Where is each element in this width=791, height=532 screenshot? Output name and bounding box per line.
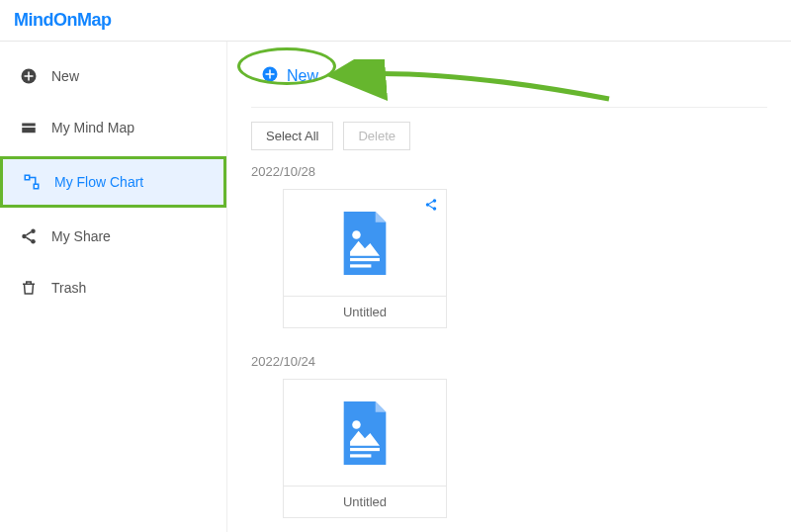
sidebar-item-label: New [51,68,79,84]
svg-rect-5 [25,175,30,180]
main-area: New Select All Delete 2022/10/28 Untitle… [227,42,791,532]
sidebar-item-label: My Mind Map [51,120,134,135]
svg-point-8 [31,229,36,234]
card-title: Untitled [284,487,446,517]
svg-point-14 [433,199,437,203]
sidebar-item-label: Trash [51,280,86,296]
svg-rect-20 [350,447,380,450]
flowchart-card[interactable]: Untitled [283,379,447,518]
new-button[interactable]: New [251,59,328,93]
sidebar-item-new[interactable]: New [0,53,226,99]
svg-rect-17 [350,257,380,260]
sidebar-item-trash[interactable]: Trash [0,265,226,310]
sidebar-item-label: My Share [51,228,111,244]
new-button-label: New [287,67,318,85]
brand-logo: MindOnMap [14,10,111,31]
svg-point-15 [433,207,437,211]
plus-circle-icon [20,67,38,85]
svg-point-7 [22,234,27,239]
svg-rect-18 [350,264,371,267]
select-all-button[interactable]: Select All [251,122,333,150]
plus-circle-icon [261,65,279,87]
svg-rect-12 [266,73,275,75]
svg-point-13 [426,203,430,207]
layout: New My Mind Map My Flow Chart My Share T [0,42,791,532]
new-button-row: New [251,59,767,108]
card-thumbnail [284,190,446,297]
card-title: Untitled [284,297,446,327]
svg-point-19 [352,420,361,429]
flowchart-icon [23,173,41,191]
svg-point-9 [31,239,36,244]
sidebar: New My Mind Map My Flow Chart My Share T [0,42,227,532]
folder-icon [20,119,38,136]
share-icon [424,198,438,216]
date-group-label: 2022/10/24 [251,354,767,369]
card-thumbnail [284,380,446,487]
app-header: MindOnMap [0,0,791,42]
sidebar-item-mindmap[interactable]: My Mind Map [0,105,226,150]
date-group-label: 2022/10/28 [251,164,767,179]
svg-rect-2 [25,75,34,77]
share-icon [20,227,38,245]
sidebar-item-flowchart[interactable]: My Flow Chart [0,156,226,208]
sidebar-item-label: My Flow Chart [54,174,143,190]
svg-rect-6 [34,184,39,189]
svg-rect-3 [22,124,36,127]
toolbar: Select All Delete [251,122,767,150]
delete-button[interactable]: Delete [343,122,410,150]
svg-rect-4 [22,128,36,133]
svg-rect-21 [350,454,371,457]
trash-icon [20,279,38,297]
flowchart-card[interactable]: Untitled [283,189,447,328]
sidebar-item-share[interactable]: My Share [0,214,226,259]
svg-point-16 [352,230,361,239]
